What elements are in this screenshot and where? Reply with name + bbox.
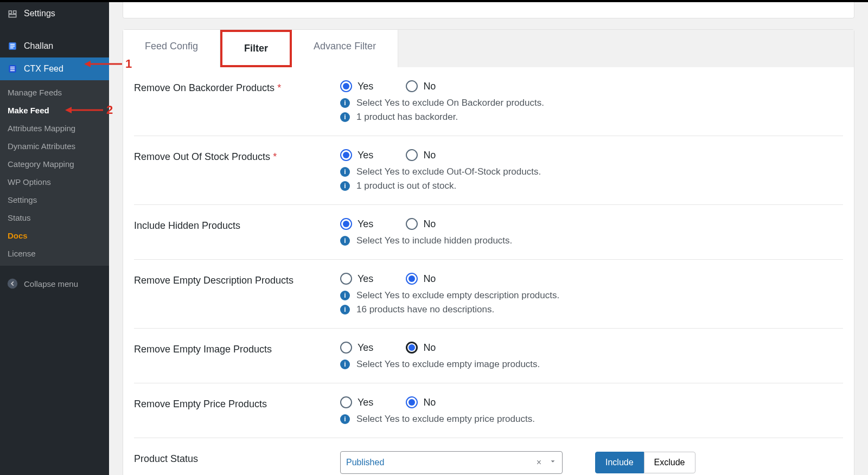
row-include-hidden: Include Hidden Products Yes No iSelect Y…	[134, 205, 843, 260]
radio-hidden-yes[interactable]: Yes	[340, 218, 373, 230]
radio-emptydesc-no[interactable]: No	[406, 273, 436, 285]
row-remove-empty-image: Remove Empty Image Products Yes No iSele…	[134, 329, 843, 383]
svg-rect-4	[10, 44, 15, 45]
sidebar-subitem-category-mapping[interactable]: Category Mapping	[0, 155, 109, 173]
sidebar-item-challan[interactable]: Challan	[0, 35, 109, 57]
row-label: Remove Empty Description Products	[134, 273, 340, 315]
radio-icon	[406, 80, 418, 92]
info-icon: i	[340, 291, 350, 300]
filter-panel: Feed Config Filter Advance Filter Remove…	[123, 29, 854, 475]
radio-selected-icon	[406, 273, 418, 285]
sidebar-subitem-settings[interactable]: Settings	[0, 191, 109, 209]
sidebar-item-label: Settings	[24, 9, 55, 18]
radio-emptydesc-yes[interactable]: Yes	[340, 273, 373, 285]
chevron-down-icon[interactable]	[549, 458, 557, 467]
hint: i16 products have no descriptions.	[340, 304, 843, 315]
svg-rect-10	[10, 70, 15, 72]
info-icon: i	[340, 236, 350, 246]
radio-emptyprice-no[interactable]: No	[406, 396, 436, 408]
info-icon: i	[340, 167, 350, 177]
sidebar-subitem-docs[interactable]: Docs	[0, 227, 109, 245]
tab-feed-config[interactable]: Feed Config	[123, 30, 220, 67]
radio-icon	[340, 273, 352, 285]
info-icon: i	[340, 181, 350, 191]
row-remove-empty-price: Remove Empty Price Products Yes No iSele…	[134, 383, 843, 438]
radio-icon	[406, 218, 418, 230]
radio-icon	[340, 342, 352, 354]
settings-icon	[7, 8, 18, 20]
exclude-button[interactable]: Exclude	[644, 452, 695, 473]
select-value: Published	[346, 458, 384, 467]
radio-selected-icon	[406, 396, 418, 408]
sidebar-subitem-dynamic-attributes[interactable]: Dynamic Attributes	[0, 137, 109, 155]
sidebar-subitem-manage-feeds[interactable]: Manage Feeds	[0, 84, 109, 101]
svg-rect-2	[9, 15, 16, 17]
row-label: Product Status	[134, 451, 340, 474]
sidebar-submenu: Manage Feeds Make Feed Attributes Mappin…	[0, 80, 109, 266]
row-label: Include Hidden Products	[134, 218, 340, 246]
hint: iSelect Yes to exclude On Backorder prod…	[340, 98, 843, 108]
radio-emptyprice-yes[interactable]: Yes	[340, 396, 373, 408]
sidebar-subitem-attributes-mapping[interactable]: Attributes Mapping	[0, 119, 109, 137]
hint: iSelect Yes to include hidden products.	[340, 235, 843, 246]
sidebar-item-settings[interactable]: Settings	[0, 2, 109, 25]
product-status-select[interactable]: Published ×	[340, 451, 563, 474]
radio-backorder-yes[interactable]: Yes	[340, 80, 373, 92]
row-product-status: Product Status Published ×	[134, 438, 843, 475]
info-icon: i	[340, 112, 350, 122]
collapse-icon	[7, 278, 18, 290]
info-icon: i	[340, 98, 350, 108]
info-icon: i	[340, 305, 350, 314]
radio-backorder-no[interactable]: No	[406, 80, 436, 92]
svg-rect-1	[14, 11, 16, 14]
row-label: Remove Out Of Stock Products *	[134, 149, 340, 191]
radio-outofstock-yes[interactable]: Yes	[340, 149, 373, 161]
collapse-menu[interactable]: Collapse menu	[0, 271, 109, 296]
row-label: Remove Empty Price Products	[134, 396, 340, 425]
hint: i1 product is out of stock.	[340, 181, 843, 191]
ctx-feed-icon	[7, 63, 18, 75]
svg-point-11	[8, 279, 17, 288]
row-remove-empty-description: Remove Empty Description Products Yes No…	[134, 260, 843, 329]
sidebar-item-label: CTX Feed	[24, 64, 63, 74]
radio-selected-icon	[340, 218, 352, 230]
radio-emptyimage-yes[interactable]: Yes	[340, 342, 373, 354]
sidebar-subitem-make-feed[interactable]: Make Feed	[0, 101, 109, 119]
tab-filter[interactable]: Filter	[220, 30, 292, 67]
hint: iSelect Yes to exclude Out-Of-Stock prod…	[340, 166, 843, 177]
info-icon: i	[340, 414, 350, 424]
sidebar-item-label: Challan	[24, 41, 53, 51]
radio-selected-icon	[340, 80, 352, 92]
include-exclude-toggle: Include Exclude	[595, 452, 695, 473]
svg-rect-8	[10, 67, 15, 68]
tabs: Feed Config Filter Advance Filter	[123, 30, 854, 67]
collapse-menu-label: Collapse menu	[24, 279, 78, 288]
radio-icon	[340, 396, 352, 408]
svg-rect-9	[10, 68, 15, 69]
row-remove-backorder: Remove On Backorder Products * Yes No iS…	[134, 67, 843, 136]
challan-icon	[7, 40, 18, 52]
admin-sidebar: Settings Challan CTX Feed Manage Feeds M…	[0, 2, 109, 475]
radio-emptyimage-no[interactable]: No	[406, 342, 436, 354]
sidebar-item-ctx-feed[interactable]: CTX Feed	[0, 57, 109, 80]
main-content: Feed Config Filter Advance Filter Remove…	[109, 2, 868, 475]
radio-hidden-no[interactable]: No	[406, 218, 436, 230]
hint: iSelect Yes to exclude empty price produ…	[340, 414, 843, 425]
radio-selected-icon	[340, 149, 352, 161]
sidebar-subitem-wp-options[interactable]: WP Options	[0, 173, 109, 191]
radio-icon	[406, 149, 418, 161]
svg-rect-5	[10, 46, 15, 47]
row-remove-outofstock: Remove Out Of Stock Products * Yes No iS…	[134, 136, 843, 205]
include-button[interactable]: Include	[595, 452, 644, 473]
svg-rect-6	[10, 48, 14, 49]
hint: iSelect Yes to exclude empty description…	[340, 290, 843, 301]
sidebar-subitem-status[interactable]: Status	[0, 209, 109, 227]
tab-advance-filter[interactable]: Advance Filter	[292, 30, 398, 67]
radio-selected-icon	[406, 342, 418, 354]
hint: iSelect Yes to exclude empty image produ…	[340, 359, 843, 370]
svg-rect-0	[9, 11, 11, 14]
radio-outofstock-no[interactable]: No	[406, 149, 436, 161]
clear-icon[interactable]: ×	[537, 458, 541, 467]
row-label: Remove On Backorder Products *	[134, 80, 340, 123]
sidebar-subitem-license[interactable]: License	[0, 245, 109, 262]
